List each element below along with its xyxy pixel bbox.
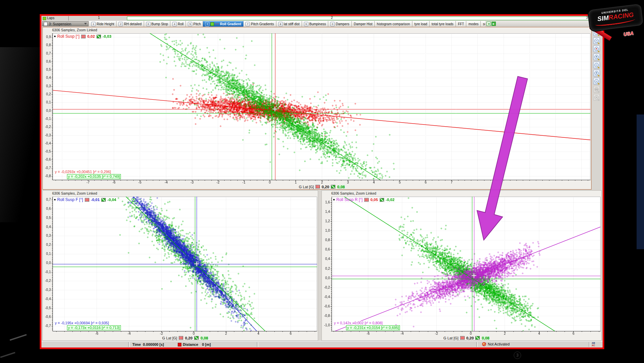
lap-marker-1[interactable]: 1 (98, 16, 100, 20)
series-name: Roll Susp [°] (57, 34, 79, 39)
panel-roll-susp-front: 6306 Samples, Zoom Linked Roll Susp F [°… (42, 190, 318, 341)
zoom-in-vertical-icon: + (595, 71, 599, 75)
cursor-a-x-value: 0,20 (321, 185, 329, 189)
cursor-a-x-value: 0,20 (185, 336, 192, 340)
zoom-in-horizontal-icon-button[interactable]: +↔ (593, 54, 600, 60)
tab-pitch-gradients[interactable]: 7Pitch Gradients (243, 21, 276, 27)
plot-surface[interactable]: Roll Susp R [°] 0,05 -0,02 y = 0,142x +0… (322, 196, 601, 335)
tab-total-tyre-loads[interactable]: total tyre loads (430, 21, 456, 27)
zoom-out-horizontal-icon-button[interactable]: −↔ (593, 62, 600, 68)
x-axis-caption: G Lat [G] 0,20 0,08 (53, 184, 591, 189)
tab-susp-travel-vs-speed[interactable]: susp travel vs speed (481, 21, 485, 27)
cursor-b-value: -0,02 (386, 198, 395, 202)
panel-roll-susp-rear: 6306 Samples, Zoom Linked Roll Susp R [°… (321, 190, 602, 341)
cursor-a-icon[interactable] (460, 336, 465, 340)
cursor-b-x-value: 0,08 (200, 336, 208, 340)
worksheet-group-label: 3: Suspension (49, 22, 71, 26)
lap-marker-3[interactable]: 3 (586, 16, 588, 20)
tab-label: Damper Hist (354, 22, 373, 26)
scatter-chart-roll-susp-rear[interactable] (322, 196, 601, 335)
smoothing-icon: ≈ (595, 95, 599, 99)
measure-mode-icon: m (595, 87, 599, 91)
cursor-a-x-value: 0,20 (466, 336, 474, 340)
distance-value: 0 [m] (202, 342, 211, 346)
scatter-chart-roll-susp-front[interactable] (43, 196, 318, 335)
chevron-down-icon (84, 23, 87, 25)
axis-modifier-icon: ↔ (598, 66, 600, 68)
tabs-scroll-right-button[interactable]: ▶ (492, 22, 496, 26)
cursor-b-icon[interactable] (380, 198, 384, 202)
lap-marker-2[interactable]: 2 (331, 16, 333, 20)
laps-bar: Laps 1 2 3 (41, 16, 603, 21)
plot-surface[interactable]: Roll Susp [°] 0,02 -0,03 y = -0,0293x +0… (43, 33, 591, 184)
status-separator (589, 342, 590, 347)
tab-number-badge: 5 (188, 22, 192, 26)
cursor-a-value: 0,02 (87, 34, 95, 38)
regression-equations: y = -0,0293x +0,00451 [r² = 0,296] y = -… (54, 170, 121, 179)
plot-surface[interactable]: Roll Susp F [°] -0,01 -0,04 y = -0,195x … (43, 196, 318, 335)
regression-equation-primary: y = 0,142x +0,002 [r² = 0,808] (333, 321, 383, 325)
watermark-badge: 3 (514, 352, 521, 359)
plot-legend: Roll Susp F [°] -0,01 -0,04 (54, 197, 116, 202)
tab-lat-stiff-dist[interactable]: 8lat stiff dist (276, 21, 302, 27)
cursor-b-icon[interactable] (101, 198, 106, 202)
tab-roll-gradient[interactable]: 6Roll Gradient (203, 21, 243, 27)
tabs-scroll-left-button[interactable]: ◀ (486, 22, 491, 26)
background-fence-glow-right (637, 114, 644, 249)
cursor-a-icon[interactable] (364, 198, 369, 202)
plot-header: 6306 Samples, Zoom Linked (43, 27, 591, 33)
laps-label: Laps (47, 16, 55, 20)
tab-label: lat stiff dist (284, 22, 300, 26)
cursor-a-icon[interactable] (179, 336, 183, 340)
tab-number-badge: 0 (330, 22, 335, 26)
tab-damper-hist[interactable]: Damper Hist (352, 21, 375, 27)
zoom-reset-icon-button[interactable]: × (593, 45, 600, 52)
cursor-b-icon[interactable] (97, 35, 101, 38)
axis-modifier-icon: ↕ (599, 82, 600, 85)
cursor-b-icon[interactable] (331, 185, 335, 189)
worksheet-group-dropdown[interactable]: 3: Suspension (42, 21, 89, 26)
tab-label: modes (468, 22, 478, 26)
tab-fft[interactable]: FFT (456, 21, 466, 27)
laps-range-selector[interactable] (127, 16, 602, 20)
zoom-in-vertical-icon-button[interactable]: +↕ (593, 70, 600, 76)
regression-equations: y = -0,195x +0,00694 [r² = 0,935] y = -0… (54, 321, 121, 330)
regression-equation-primary: y = -0,0293x +0,00451 [r² = 0,296] (54, 170, 112, 174)
smoothing-icon-button: ≈ (593, 94, 600, 101)
time-label: Time (132, 342, 141, 346)
ac-text: AC (592, 344, 595, 346)
tab-rh-detailed[interactable]: 2RH detailed (116, 21, 144, 27)
tab-label: FFT (458, 22, 464, 26)
regression-equation-comparison: y = -0,231x +0,0154 [r² = 0,695] (346, 325, 400, 330)
cursor-a-value: 0,05 (370, 198, 378, 202)
not-activated-label: Not Activated (488, 342, 510, 346)
laps-green-icon (43, 17, 46, 20)
tab-tyre-load[interactable]: tyre load (412, 21, 430, 27)
series-name: Roll Susp F [°] (57, 197, 83, 202)
series-marker-icon (54, 36, 56, 37)
tab-number-badge: 6 (205, 22, 209, 26)
cursor-a-icon[interactable] (315, 185, 320, 189)
tab-label: susp travel vs speed (483, 22, 485, 26)
regression-equation-comparison: y = -0,202x +0,0135 [r² = 0,749] (67, 174, 121, 179)
tab-dampers[interactable]: 0Dampers (328, 21, 352, 27)
compare-ab-ac-icon[interactable]: AB AC (592, 342, 595, 346)
tab-bumpiness[interactable]: 9Bumpiness (302, 21, 328, 27)
time-value: 0.000000 [s] (143, 342, 164, 346)
cursor-a-icon[interactable] (85, 198, 89, 202)
cursor-a-icon[interactable] (81, 35, 86, 38)
tab-ride-height[interactable]: 1Ride Height (89, 21, 116, 27)
cursor-b-x-value: 0,08 (481, 336, 489, 340)
cursor-b-icon[interactable] (475, 336, 480, 340)
plot-header: 6306 Samples, Zoom Linked (43, 191, 318, 196)
cursor-b-icon[interactable] (194, 336, 199, 340)
zoom-reset-icon: × (595, 47, 599, 51)
tab-modes[interactable]: modes (466, 21, 481, 27)
tab-roll[interactable]: 4Roll (170, 21, 186, 27)
scatter-chart-roll-susp[interactable] (43, 33, 591, 184)
plot-legend: Roll Susp [°] 0,02 -0,03 (54, 34, 111, 39)
tab-pitch[interactable]: 5Pitch (186, 21, 203, 27)
zoom-out-vertical-icon-button[interactable]: −↕ (593, 78, 600, 85)
tab-bump-stop[interactable]: 3Bump Stop (144, 21, 170, 27)
tab-histogram-comparison[interactable]: histogram comparison (375, 21, 412, 27)
